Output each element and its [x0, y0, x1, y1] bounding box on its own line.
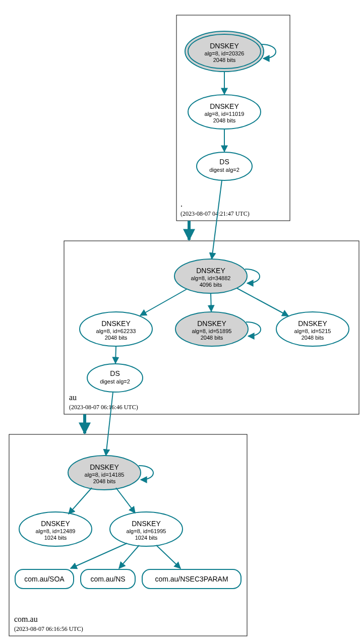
node-comau-k2-title: DNSKEY	[132, 520, 161, 528]
node-rr-soa-title: com.au/SOA	[24, 575, 65, 583]
zone-name-root: .	[180, 200, 183, 208]
node-au-k2-s1: alg=8, id=51895	[192, 328, 232, 334]
node-au-k3-s1: alg=8, id=5215	[294, 328, 331, 334]
node-comau-ksk-s2: 2048 bits	[93, 478, 116, 484]
node-root-ds-title: DS	[219, 158, 229, 166]
node-au-k2-title: DNSKEY	[197, 319, 226, 328]
zone-name-au: au	[69, 393, 77, 402]
node-root-ds-s1: digest alg=2	[209, 167, 239, 173]
node-comau-k1-title: DNSKEY	[41, 520, 70, 528]
edge-comau-k2-to-ns	[119, 545, 139, 568]
node-comau-k2-s1: alg=8, id=61995	[127, 528, 166, 534]
node-comau-ksk-s1: alg=8, id=14185	[85, 472, 125, 478]
node-au-k1-s2: 2048 bits	[105, 335, 128, 341]
node-au-k3-s2: 2048 bits	[302, 335, 324, 341]
node-au-k3-title: DNSKEY	[298, 319, 327, 328]
node-au-ksk-title: DNSKEY	[196, 267, 225, 275]
node-root-zsk-title: DNSKEY	[210, 102, 239, 110]
zone-ts-root: (2023-08-07 04:21:47 UTC)	[180, 210, 250, 217]
node-comau-k2-s2: 1024 bits	[135, 535, 158, 541]
edge-au-k1-to-ds	[115, 346, 116, 363]
node-comau-k1-s1: alg=8, id=12489	[36, 528, 76, 534]
edge-comau-k2-to-nsec	[156, 545, 180, 568]
edge-comau-ksk-to-k2	[116, 488, 135, 513]
zone-ts-comau: (2023-08-07 06:16:56 UTC)	[14, 625, 83, 632]
edge-au-ksk-to-k2	[211, 293, 211, 311]
node-root-ds	[197, 152, 252, 180]
node-au-ksk-s2: 4096 bits	[200, 282, 222, 288]
node-au-ds-title: DS	[110, 369, 119, 377]
node-rr-nsec-title: com.au/NSEC3PARAM	[155, 575, 228, 583]
node-au-ds	[87, 364, 143, 392]
node-au-ds-s1: digest alg=2	[100, 378, 130, 384]
zone-ts-au: (2023-08-07 06:16:46 UTC)	[69, 404, 138, 411]
edge-comau-ksk-to-k1	[69, 488, 92, 514]
node-root-ksk-s2: 2048 bits	[213, 57, 236, 63]
node-rr-ns-title: com.au/NS	[90, 575, 125, 583]
node-root-ksk-s1: alg=8, id=20326	[205, 50, 245, 56]
edge-au-ksk-to-k1	[140, 289, 187, 315]
dnssec-diagram: . (2023-08-07 04:21:47 UTC) au (2023-08-…	[0, 0, 361, 644]
node-au-k1-title: DNSKEY	[101, 319, 131, 328]
node-root-ksk-title: DNSKEY	[210, 42, 239, 50]
node-au-ksk-s1: alg=8, id=34882	[191, 275, 231, 281]
zone-name-comau: com.au	[14, 615, 38, 623]
node-root-zsk-s1: alg=8, id=11019	[205, 111, 245, 117]
node-au-k1-s1: alg=8, id=62233	[96, 328, 136, 334]
node-comau-ksk-title: DNSKEY	[90, 463, 119, 471]
edge-comau-k2-to-soa	[71, 543, 127, 568]
node-comau-k1-s2: 1024 bits	[44, 535, 67, 541]
edge-au-ksk-to-k3	[237, 288, 288, 316]
edge-root-ds-to-au-ksk	[212, 180, 222, 259]
node-au-k2-s2: 2048 bits	[201, 335, 223, 341]
node-root-zsk-s2: 2048 bits	[213, 117, 236, 123]
edge-au-ds-to-comau-ksk	[106, 392, 113, 456]
